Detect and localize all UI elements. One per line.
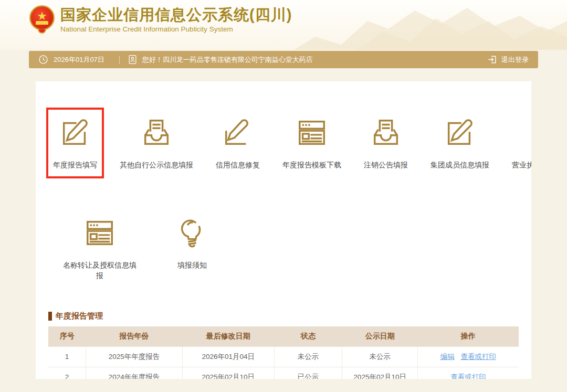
shortcut-annual-report-fill[interactable]: 年度报告填写 xyxy=(46,108,104,178)
shortcut-filing-instructions[interactable]: 填报须知 xyxy=(169,208,215,279)
cell-report-year: 2025年年度报告 xyxy=(86,346,183,367)
shortcut-label: 营业执照作废声明填报 xyxy=(512,160,531,170)
shortcut-license-void-declaration[interactable]: 营业执照作废声明填报 xyxy=(505,108,531,178)
shortcut-label: 注销公告填报 xyxy=(364,160,408,170)
annual-report-table: 序号 报告年份 最后修改日期 状态 公示日期 操作 1 2025年年度报告 20… xyxy=(48,326,519,379)
cell-no: 1 xyxy=(48,346,86,367)
section-title-annual-report-management: 年度报告管理 xyxy=(48,311,519,321)
shortcut-label: 年度报告模板下载 xyxy=(282,160,341,170)
col-header-publish-date: 公示日期 xyxy=(342,326,417,346)
site-header: ★ 国家企业信用信息公示系统(四川) National Enterprise C… xyxy=(0,0,567,50)
cell-publish-date: 未公示 xyxy=(342,346,417,367)
view-or-print-link[interactable]: 查看或打印 xyxy=(450,373,486,379)
col-header-no: 序号 xyxy=(48,326,86,346)
section-title-text: 年度报告管理 xyxy=(56,311,103,321)
col-header-last-modified: 最后修改日期 xyxy=(182,326,274,346)
lightbulb-icon xyxy=(176,217,208,251)
user-greeting: 您好！四川龙一药品零售连锁有限公司宁南益心堂大药店 xyxy=(142,55,313,65)
divider xyxy=(119,56,120,64)
shortcut-label: 信用信息修复 xyxy=(216,160,260,170)
site-logo: ★ 国家企业信用信息公示系统(四川) National Enterprise C… xyxy=(29,4,292,35)
logout-label: 退出登录 xyxy=(501,55,529,65)
edit-link[interactable]: 编辑 xyxy=(440,353,455,361)
edit-square-icon xyxy=(444,116,476,151)
section-marker xyxy=(48,312,52,321)
col-header-actions: 操作 xyxy=(417,326,519,346)
user-badge-icon xyxy=(128,55,137,65)
site-title: 国家企业信用信息公示系统(四川) xyxy=(60,6,292,24)
shortcut-cancellation-notice[interactable]: 注销公告填报 xyxy=(357,108,415,178)
cell-status: 未公示 xyxy=(274,346,342,367)
inbox-document-icon xyxy=(140,116,173,151)
col-header-status: 状态 xyxy=(274,326,342,346)
col-header-report-year: 报告年份 xyxy=(86,326,183,346)
shortcut-row-1: 年度报告填写 其他自行公示信息填报 信用信息修复 年度报告模板下载 注销公告填报… xyxy=(46,108,519,178)
edit-square-icon xyxy=(59,116,91,151)
cell-report-year: 2024年年度报告 xyxy=(86,367,183,379)
main-panel: 年度报告填写 其他自行公示信息填报 信用信息修复 年度报告模板下载 注销公告填报… xyxy=(36,81,531,379)
shortcut-other-publicity-fill[interactable]: 其他自行公示信息填报 xyxy=(113,108,200,178)
logout-button[interactable]: 退出登录 xyxy=(487,55,529,65)
shortcut-label: 名称转让及授权信息填报 xyxy=(62,260,137,281)
cell-actions: 编辑 查看或打印 xyxy=(417,346,519,367)
logout-icon xyxy=(487,55,497,65)
national-emblem-icon: ★ xyxy=(29,4,55,35)
browser-window-icon xyxy=(296,116,328,151)
cell-publish-date: 2025年02月10日 xyxy=(342,367,417,379)
shortcut-row-2: 名称转让及授权信息填报 填报须知 xyxy=(56,208,519,289)
clock-icon xyxy=(38,55,48,65)
cell-no: 2 xyxy=(48,367,86,379)
status-bar: 2026年01月07日 您好！四川龙一药品零售连锁有限公司宁南益心堂大药店 退出… xyxy=(29,51,538,68)
shortcut-group-member-info[interactable]: 集团成员信息填报 xyxy=(424,108,496,178)
table-header-row: 序号 报告年份 最后修改日期 状态 公示日期 操作 xyxy=(48,326,519,346)
shortcut-label: 年度报告填写 xyxy=(53,160,97,170)
shortcut-template-download[interactable]: 年度报告模板下载 xyxy=(276,108,348,178)
site-subtitle: National Enterprise Credit Information P… xyxy=(60,25,292,33)
shortcut-label: 填报须知 xyxy=(177,260,207,270)
cell-last-modified: 2025年02月10日 xyxy=(182,367,274,379)
browser-window-icon xyxy=(83,217,116,251)
shortcut-label: 其他自行公示信息填报 xyxy=(120,160,193,170)
inbox-document-icon xyxy=(370,116,402,151)
current-date: 2026年01月07日 xyxy=(54,55,104,65)
shortcut-label: 集团成员信息填报 xyxy=(430,160,489,170)
table-row: 1 2025年年度报告 2026年01月04日 未公示 未公示 编辑 查看或打印 xyxy=(48,346,519,367)
mountain-watermark xyxy=(294,0,567,50)
cell-last-modified: 2026年01月04日 xyxy=(182,346,274,367)
cell-actions: 查看或打印 xyxy=(417,367,519,379)
shortcut-name-transfer-authorization[interactable]: 名称转让及授权信息填报 xyxy=(56,208,144,289)
view-or-print-link[interactable]: 查看或打印 xyxy=(461,353,497,361)
cell-status: 已公示 xyxy=(274,367,342,379)
shortcut-credit-repair[interactable]: 信用信息修复 xyxy=(209,108,267,178)
pencil-corner-icon xyxy=(222,116,254,151)
table-row: 2 2024年年度报告 2025年02月10日 已公示 2025年02月10日 … xyxy=(48,367,519,379)
